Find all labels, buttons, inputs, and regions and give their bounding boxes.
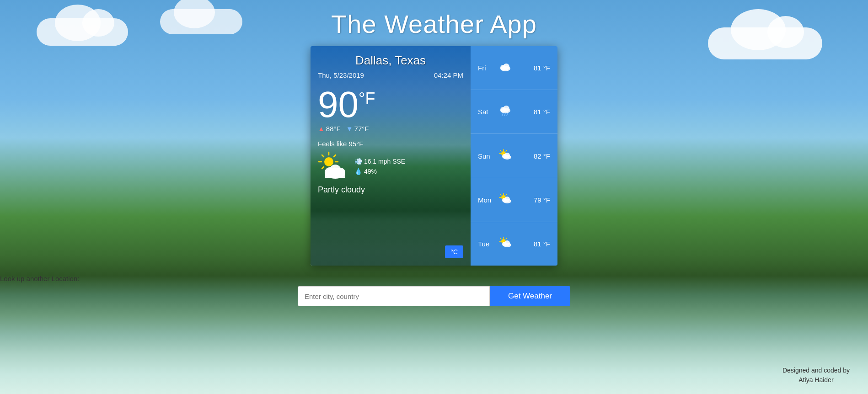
svg-point-30 <box>504 153 510 158</box>
weather-card: Dallas, Texas Thu, 5/23/2019 04:24 PM 90… <box>311 46 557 266</box>
forecast-panel: Fri 81 °F Sat <box>471 46 557 266</box>
humidity-display: 💧 49% <box>354 168 405 175</box>
feels-like: Feels like 95°F <box>318 140 463 148</box>
svg-line-42 <box>506 238 507 239</box>
svg-line-4 <box>322 155 324 157</box>
time-display: 04:24 PM <box>434 71 463 79</box>
condition-label: Partly cloudy <box>318 185 463 195</box>
svg-point-19 <box>503 106 509 112</box>
date-display: Thu, 5/23/2019 <box>318 71 364 79</box>
weather-main-panel: Dallas, Texas Thu, 5/23/2019 04:24 PM 90… <box>311 46 471 266</box>
temp-hilo: ▲ 88°F ▼ 77°F <box>318 125 463 133</box>
lookup-label: Look up another Location: <box>0 275 79 282</box>
svg-line-21 <box>504 113 505 116</box>
svg-line-6 <box>322 167 324 169</box>
svg-line-33 <box>500 194 501 195</box>
forecast-icon-4 <box>498 237 512 250</box>
city-name: Dallas, Texas <box>318 53 463 68</box>
footer-credit: Designed and coded by Atiya Haider <box>782 366 850 385</box>
svg-line-5 <box>334 155 336 157</box>
search-row: Get Weather <box>298 286 570 306</box>
forecast-item-tue: Tue 81 °F <box>471 222 557 266</box>
svg-line-25 <box>500 150 501 151</box>
get-weather-button[interactable]: Get Weather <box>490 286 570 306</box>
svg-line-26 <box>506 150 507 151</box>
svg-point-16 <box>503 64 509 70</box>
bottom-section: Look up another Location: Get Weather <box>0 275 868 306</box>
date-time-row: Thu, 5/23/2019 04:24 PM <box>318 71 463 79</box>
wind-display: 💨 16.1 mph SSE <box>354 158 405 165</box>
forecast-temp-3: 79 °F <box>534 196 550 204</box>
forecast-icon-3 <box>498 193 512 207</box>
weather-condition-icon <box>318 151 349 181</box>
condition-row: 💨 16.1 mph SSE 💧 49% <box>318 151 463 181</box>
location-input[interactable] <box>298 286 490 306</box>
forecast-day-2: Sun <box>478 152 494 160</box>
forecast-icon-1 <box>498 105 512 119</box>
forecast-item-sun: Sun 82 °F <box>471 134 557 178</box>
footer-line1: Designed and coded by <box>782 366 850 375</box>
forecast-temp-4: 81 °F <box>534 240 550 248</box>
wind-humidity: 💨 16.1 mph SSE 💧 49% <box>354 158 405 175</box>
svg-line-22 <box>507 113 508 116</box>
forecast-day-4: Tue <box>478 240 494 248</box>
app-title: The Weather App <box>0 0 868 39</box>
temperature-display: 90°F <box>318 86 463 123</box>
forecast-day-1: Sat <box>478 108 494 116</box>
main-container: Dallas, Texas Thu, 5/23/2019 04:24 PM 90… <box>0 46 868 266</box>
forecast-icon-0 <box>498 62 512 74</box>
forecast-item-fri: Fri 81 °F <box>471 46 557 90</box>
svg-point-8 <box>324 157 333 166</box>
forecast-temp-1: 81 °F <box>534 108 550 116</box>
footer-line2: Atiya Haider <box>782 375 850 385</box>
svg-point-38 <box>504 197 510 202</box>
forecast-day-0: Fri <box>478 64 494 72</box>
forecast-item-mon: Mon 79 °F <box>471 178 557 222</box>
forecast-icon-2 <box>498 149 512 163</box>
forecast-temp-2: 82 °F <box>534 152 550 160</box>
forecast-day-3: Mon <box>478 196 494 204</box>
svg-line-20 <box>502 113 503 116</box>
celsius-toggle-button[interactable]: °C <box>445 245 463 258</box>
svg-line-34 <box>506 194 507 195</box>
forecast-item-sat: Sat 81 °F <box>471 90 557 134</box>
svg-rect-13 <box>325 173 345 178</box>
svg-line-41 <box>500 238 501 239</box>
svg-point-46 <box>504 240 510 246</box>
forecast-temp-0: 81 °F <box>534 64 550 72</box>
